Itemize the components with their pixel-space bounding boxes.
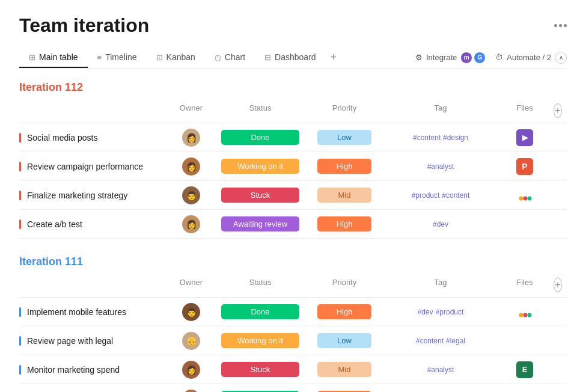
col-header-priority: Priority <box>308 275 380 295</box>
file-icon[interactable] <box>516 187 533 204</box>
files-cell: ▶ <box>501 129 549 146</box>
task-cell: Develop PR plan <box>19 389 170 393</box>
page-title: Team iteration <box>19 14 149 37</box>
tab-main-table[interactable]: ⊞ Main table <box>19 47 88 68</box>
avatar: 👩 <box>182 158 200 176</box>
status-badge[interactable]: Done <box>221 130 299 145</box>
nav-tabs: ⊞ Main table ≡ Timeline ⊡ Kanban ◷ Chart… <box>19 46 567 69</box>
page-header: Team iteration <box>19 14 567 37</box>
priority-badge[interactable]: Low <box>317 333 371 348</box>
files-cell: E <box>501 361 549 378</box>
table-row: Monitor marketing spend 👩 Stuck Mid #ana… <box>19 355 567 384</box>
priority-cell[interactable]: High <box>308 216 380 231</box>
priority-badge[interactable]: High <box>317 159 371 174</box>
svg-point-3 <box>519 313 523 317</box>
priority-cell[interactable]: Low <box>308 333 380 348</box>
status-badge[interactable]: Working on it <box>221 333 299 348</box>
row-accent <box>19 365 21 375</box>
file-icon[interactable] <box>516 390 533 393</box>
owner-cell: 👴 <box>170 332 212 350</box>
integrate-icon: ⚙ <box>415 53 423 62</box>
status-cell[interactable]: Done <box>212 130 308 145</box>
iteration-112-table: Owner Status Priority Tag Files + Social… <box>19 99 567 239</box>
owner-cell: 👩 <box>170 215 212 233</box>
task-name: Review page with legal <box>27 336 113 346</box>
status-cell[interactable]: Awaiting review <box>212 216 308 231</box>
files-cell <box>501 304 549 320</box>
add-column-icon[interactable]: + <box>554 278 562 292</box>
dot-icon <box>554 24 557 27</box>
file-icon[interactable] <box>516 304 533 320</box>
avatar: 👩 <box>182 215 200 233</box>
automate-label: Automate / 2 <box>507 53 551 62</box>
avatar: 👨 <box>182 303 200 321</box>
iteration-112-title: Iteration 112 <box>19 81 83 94</box>
add-column-icon[interactable]: + <box>554 103 562 118</box>
task-name: Review campaign performance <box>27 162 143 171</box>
owner-cell: 👨 <box>170 303 212 321</box>
status-badge[interactable]: Done <box>221 304 299 319</box>
status-cell[interactable]: Stuck <box>212 188 308 203</box>
row-accent <box>19 133 21 142</box>
priority-cell[interactable]: High <box>308 159 380 174</box>
status-badge[interactable]: Stuck <box>221 362 299 377</box>
priority-cell[interactable]: Mid <box>308 362 380 377</box>
task-cell: Finalize marketing strategy <box>19 186 170 205</box>
status-badge[interactable]: Stuck <box>221 188 299 203</box>
tag: #product <box>436 308 464 316</box>
file-icon[interactable]: ▶ <box>516 129 533 146</box>
task-cell: Review page with legal <box>19 331 170 351</box>
priority-badge[interactable]: High <box>317 216 371 231</box>
svg-point-2 <box>528 196 532 200</box>
col-header-tag: Tag <box>380 275 501 295</box>
timeline-icon: ≡ <box>97 53 102 62</box>
table-row: Social media posts 👩 Done Low #content #… <box>19 123 567 152</box>
priority-cell[interactable]: Low <box>308 130 380 145</box>
automate-button[interactable]: ⏱ Automate / 2 ∧ <box>495 52 567 64</box>
integrate-button[interactable]: ⚙ Integrate m G <box>415 52 486 64</box>
priority-cell[interactable]: High <box>308 304 380 319</box>
dashboard-icon: ⊟ <box>264 53 271 62</box>
col-add-button[interactable]: + <box>549 275 567 295</box>
status-cell[interactable]: Stuck <box>212 362 308 377</box>
tag-cell: #analyst <box>380 366 501 374</box>
owner-cell: 👩 <box>170 129 212 147</box>
owner-cell: 👨 <box>170 186 212 204</box>
tab-timeline[interactable]: ≡ Timeline <box>88 47 147 68</box>
col-header-owner: Owner <box>170 275 212 295</box>
automate-icon: ⏱ <box>495 53 503 62</box>
table-row: Develop PR plan 👩 Done High #pr #content <box>19 384 567 392</box>
more-options-button[interactable] <box>554 24 567 27</box>
col-header-files: Files <box>501 101 549 120</box>
status-cell[interactable]: Working on it <box>212 159 308 174</box>
table-row: Review page with legal 👴 Working on it L… <box>19 326 567 355</box>
status-cell[interactable]: Done <box>212 304 308 319</box>
add-view-button[interactable]: + <box>326 46 342 69</box>
status-badge[interactable]: Awaiting review <box>221 216 299 231</box>
col-header-status: Status <box>212 101 308 120</box>
task-name: Finalize marketing strategy <box>27 191 127 200</box>
status-cell[interactable]: Working on it <box>212 333 308 348</box>
tab-kanban[interactable]: ⊡ Kanban <box>147 47 205 68</box>
priority-badge[interactable]: Mid <box>317 362 371 377</box>
priority-badge[interactable]: High <box>317 304 371 319</box>
tab-dashboard[interactable]: ⊟ Dashboard <box>255 47 326 68</box>
iteration-111-title: Iteration 111 <box>19 256 83 268</box>
status-badge[interactable]: Working on it <box>221 159 299 174</box>
row-accent <box>19 336 21 346</box>
tab-dashboard-label: Dashboard <box>275 52 316 62</box>
tag: #content <box>413 133 441 142</box>
file-icon[interactable]: E <box>516 361 533 378</box>
avatar: 👩 <box>182 361 200 379</box>
avatar: 👴 <box>182 332 200 350</box>
priority-cell[interactable]: Mid <box>308 188 380 203</box>
tag-cell: #product #content <box>380 191 501 200</box>
priority-badge[interactable]: Low <box>317 130 371 145</box>
priority-badge[interactable]: Mid <box>317 188 371 203</box>
tab-chart[interactable]: ◷ Chart <box>205 47 255 68</box>
file-icon[interactable]: P <box>516 158 533 175</box>
integration-avatar-1: m <box>460 52 472 64</box>
files-cell: P <box>501 158 549 175</box>
tag-cell: #content #design <box>380 133 501 142</box>
col-add-button[interactable]: + <box>549 101 567 120</box>
